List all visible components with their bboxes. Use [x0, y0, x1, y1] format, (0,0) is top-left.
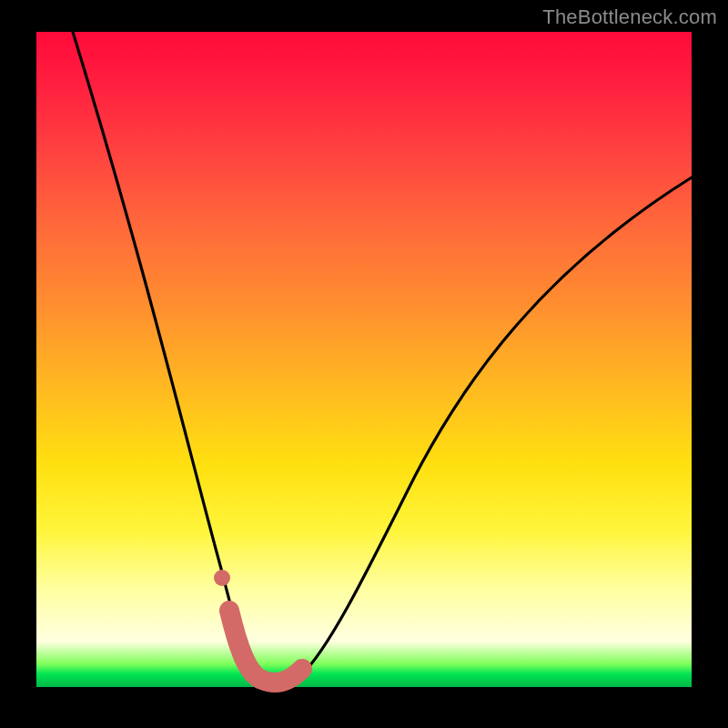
- sweet-spot-segment: [229, 611, 302, 682]
- watermark-text: TheBottleneck.com: [542, 5, 717, 29]
- plot-area: [36, 32, 692, 687]
- curve-layer: [36, 32, 692, 687]
- sweet-spot-dot: [214, 570, 230, 586]
- chart-frame: TheBottleneck.com: [0, 0, 728, 728]
- bottleneck-curve: [73, 32, 692, 686]
